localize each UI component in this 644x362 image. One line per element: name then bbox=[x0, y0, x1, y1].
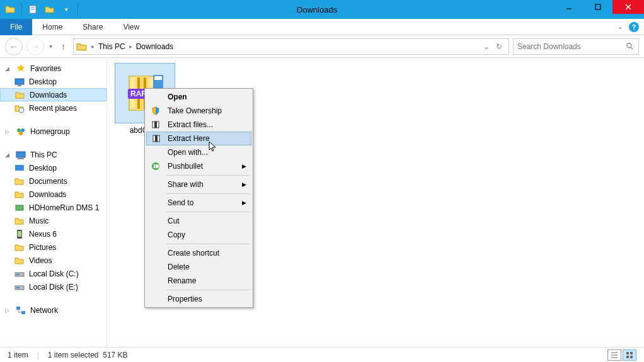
tab-home[interactable]: Home bbox=[32, 19, 72, 35]
menu-rename[interactable]: Rename bbox=[146, 274, 251, 288]
nav-item-downloads[interactable]: Downloads bbox=[0, 88, 106, 101]
nav-label: Local Disk (E:) bbox=[29, 283, 78, 291]
window-title: Downloads bbox=[79, 5, 555, 14]
nav-item[interactable]: HDHomeRun DMS 1 bbox=[0, 201, 106, 214]
breadcrumb-item[interactable]: Downloads bbox=[136, 42, 173, 51]
nav-item[interactable]: Local Disk (C:) bbox=[0, 267, 106, 280]
svg-rect-25 bbox=[16, 307, 20, 310]
svg-point-12 bbox=[17, 128, 21, 132]
recent-locations-icon[interactable]: ▾ bbox=[48, 43, 54, 50]
nav-label: Nexus 6 bbox=[29, 230, 57, 239]
properties-icon[interactable] bbox=[27, 3, 40, 16]
chevron-right-icon[interactable]: ▸ bbox=[128, 43, 134, 50]
archive-icon bbox=[150, 119, 161, 130]
status-item-count: 1 item bbox=[8, 351, 28, 359]
svg-rect-20 bbox=[18, 231, 21, 237]
folder-icon bbox=[14, 215, 25, 227]
svg-rect-16 bbox=[18, 158, 24, 159]
qat-dropdown-icon[interactable]: ▾ bbox=[60, 3, 72, 16]
nav-favorites[interactable]: ◢ Favorites bbox=[0, 62, 106, 75]
search-input[interactable] bbox=[517, 42, 626, 51]
svg-rect-15 bbox=[16, 152, 25, 157]
folder-icon bbox=[14, 255, 25, 266]
homegroup-icon bbox=[15, 126, 26, 137]
nav-item[interactable]: Documents bbox=[0, 174, 106, 188]
desktop-icon bbox=[14, 162, 25, 174]
maximize-button[interactable] bbox=[584, 0, 612, 14]
tab-view[interactable]: View bbox=[113, 19, 149, 35]
nav-item[interactable]: Nexus 6 bbox=[0, 227, 106, 240]
menu-take-ownership[interactable]: Take Ownership bbox=[146, 104, 251, 118]
nav-label: Homegroup bbox=[30, 127, 70, 136]
nav-item[interactable]: Pictures bbox=[0, 240, 106, 254]
nav-item[interactable]: Downloads bbox=[0, 188, 106, 201]
menu-cut[interactable]: Cut bbox=[146, 214, 251, 228]
submenu-arrow-icon: ▶ bbox=[242, 181, 251, 188]
nav-label: Music bbox=[29, 217, 49, 225]
menu-extract-files[interactable]: Extract files... bbox=[146, 118, 251, 132]
nav-item[interactable]: Videos bbox=[0, 254, 106, 267]
file-tab[interactable]: File bbox=[0, 19, 32, 35]
nav-item[interactable]: Music bbox=[0, 214, 106, 227]
menu-create-shortcut[interactable]: Create shortcut bbox=[146, 246, 251, 260]
nav-label: Local Disk (C:) bbox=[29, 269, 79, 278]
history-dropdown-icon[interactable]: ⌄ bbox=[483, 42, 490, 51]
nav-item-recent[interactable]: Recent places bbox=[0, 101, 106, 115]
menu-pushbullet[interactable]: Pushbullet▶ bbox=[146, 159, 251, 173]
nav-label: Recent places bbox=[29, 104, 77, 113]
svg-point-14 bbox=[19, 132, 23, 135]
separator bbox=[78, 3, 78, 16]
menu-share-with[interactable]: Share with▶ bbox=[146, 178, 251, 191]
desktop-icon bbox=[14, 76, 25, 88]
svg-rect-42 bbox=[154, 164, 155, 168]
help-icon[interactable]: ? bbox=[629, 22, 639, 32]
nav-item[interactable]: Desktop bbox=[0, 161, 106, 174]
search-box[interactable] bbox=[513, 38, 639, 55]
svg-rect-24 bbox=[16, 287, 20, 288]
chevron-right-icon[interactable]: ▸ bbox=[90, 43, 96, 50]
up-button[interactable]: ↑ bbox=[57, 42, 69, 52]
menu-delete[interactable]: Delete bbox=[146, 260, 251, 274]
folder-icon bbox=[76, 41, 88, 52]
tab-share[interactable]: Share bbox=[72, 19, 113, 35]
menu-send-to[interactable]: Send to▶ bbox=[146, 196, 251, 210]
menu-properties[interactable]: Properties bbox=[146, 292, 251, 306]
nav-network[interactable]: ▷ Network bbox=[0, 303, 106, 317]
nav-label: Videos bbox=[29, 256, 52, 265]
menu-copy[interactable]: Copy bbox=[146, 228, 251, 242]
close-button[interactable] bbox=[612, 0, 644, 14]
expand-ribbon-icon[interactable]: ⌄ bbox=[618, 23, 623, 30]
nav-label: Desktop bbox=[29, 77, 57, 86]
expand-icon[interactable]: ▷ bbox=[5, 128, 11, 135]
breadcrumb[interactable]: ▸ This PC ▸ Downloads ⌄ ↻ bbox=[73, 38, 509, 55]
minimize-button[interactable] bbox=[555, 0, 584, 14]
ribbon-bar: File Home Share View ⌄ ? bbox=[0, 19, 644, 35]
navigation-pane[interactable]: ◢ Favorites Desktop Downloads Recent pla… bbox=[0, 58, 107, 347]
back-button[interactable]: ← bbox=[5, 38, 23, 55]
nav-item[interactable]: Local Disk (E:) bbox=[0, 280, 106, 293]
menu-open-with[interactable]: Open with... bbox=[146, 145, 251, 159]
view-thumbnails-button[interactable] bbox=[623, 349, 636, 361]
submenu-arrow-icon: ▶ bbox=[242, 163, 251, 169]
view-details-button[interactable] bbox=[607, 349, 621, 361]
breadcrumb-item[interactable]: This PC bbox=[98, 42, 125, 51]
refresh-icon[interactable]: ↻ bbox=[496, 42, 502, 51]
collapse-icon[interactable]: ◢ bbox=[5, 152, 11, 158]
drive-icon bbox=[14, 281, 25, 293]
svg-point-7 bbox=[627, 43, 631, 47]
new-folder-icon[interactable] bbox=[43, 3, 56, 16]
nav-homegroup[interactable]: ▷ Homegroup bbox=[0, 125, 106, 138]
menu-extract-here[interactable]: Extract Here bbox=[146, 132, 251, 145]
svg-rect-36 bbox=[154, 76, 162, 80]
nav-item-desktop[interactable]: Desktop bbox=[0, 75, 106, 88]
folder-icon bbox=[14, 176, 25, 187]
expand-icon[interactable]: ▷ bbox=[5, 307, 11, 314]
computer-icon bbox=[15, 149, 26, 161]
forward-button[interactable]: → bbox=[26, 38, 44, 55]
nav-thispc[interactable]: ◢ This PC bbox=[0, 148, 106, 161]
menu-open[interactable]: Open bbox=[146, 90, 251, 104]
search-icon[interactable] bbox=[626, 42, 635, 51]
status-size: 517 KB bbox=[103, 351, 127, 359]
menu-separator bbox=[166, 244, 250, 244]
collapse-icon[interactable]: ◢ bbox=[5, 65, 11, 72]
